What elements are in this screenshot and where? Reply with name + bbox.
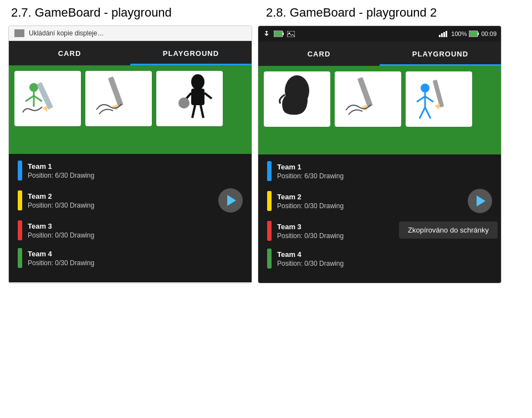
team-info-4: Team 4 Position: 0/30 Drawing bbox=[28, 250, 243, 267]
team-name-s2-2: Team 2 bbox=[277, 193, 468, 201]
play-button-1[interactable] bbox=[218, 188, 243, 213]
team-position-s2-4: Position: 0/30 Drawing bbox=[277, 260, 492, 267]
team-info-3: Team 3 Position: 0/30 Drawing bbox=[28, 222, 243, 239]
team-indicator-red-2 bbox=[267, 221, 272, 241]
card-pencil-green[interactable] bbox=[14, 71, 81, 126]
svg-rect-22 bbox=[443, 32, 445, 37]
team-row-2: Team 2 Position: 0/30 Drawing bbox=[18, 188, 243, 213]
teams-area-1: Team 1 Position: 6/30 Drawing Team 2 Pos… bbox=[9, 154, 252, 282]
team-position-3: Position: 0/30 Drawing bbox=[28, 231, 243, 239]
play-button-2[interactable] bbox=[468, 189, 492, 213]
team-info-s2-4: Team 4 Position: 0/30 Drawing bbox=[277, 250, 492, 267]
time-text: 00:09 bbox=[481, 30, 497, 37]
svg-rect-25 bbox=[478, 33, 479, 35]
team-row-s2-3: Team 3 Position: 0/30 Drawing Zkopírován… bbox=[267, 221, 492, 241]
team-position-s2-1: Position: 6/30 Drawing bbox=[277, 172, 492, 180]
team-position-4: Position: 0/30 Drawing bbox=[28, 259, 243, 267]
svg-line-34 bbox=[420, 107, 425, 118]
team-indicator-blue-1 bbox=[18, 161, 22, 180]
saving-text: Ukládání kopie displeje… bbox=[29, 29, 104, 37]
svg-rect-17 bbox=[274, 32, 282, 36]
screen-2: 100% 00:09 CARD PLAYGROUND bbox=[258, 25, 502, 283]
svg-rect-9 bbox=[191, 89, 204, 105]
teams-area-2: Team 1 Position: 6/30 Drawing Team 2 Pos… bbox=[258, 154, 501, 283]
team-name-s2-1: Team 1 bbox=[277, 163, 492, 171]
status-bar-right-2: 100% 00:09 bbox=[439, 30, 497, 37]
svg-point-14 bbox=[178, 97, 190, 109]
svg-rect-26 bbox=[469, 32, 477, 36]
team-indicator-green-2 bbox=[267, 249, 272, 269]
card-pencil-gray[interactable] bbox=[85, 71, 152, 126]
tab-playground-1[interactable]: PLAYGROUND bbox=[130, 41, 252, 65]
title-left: 2.7. GameBoard - playground bbox=[11, 6, 266, 20]
title-right: 2.8. GameBoard - playground 2 bbox=[266, 6, 521, 20]
game-area-1 bbox=[9, 65, 252, 154]
status-bar-left-2 bbox=[263, 30, 439, 38]
svg-line-35 bbox=[425, 107, 431, 118]
team-row-3: Team 3 Position: 0/30 Drawing bbox=[18, 220, 243, 240]
status-bar-2: 100% 00:09 bbox=[258, 26, 501, 42]
tab-playground-2[interactable]: PLAYGROUND bbox=[380, 42, 501, 66]
svg-line-12 bbox=[192, 105, 195, 118]
team-info-s2-1: Team 1 Position: 6/30 Drawing bbox=[277, 163, 492, 180]
saving-icon bbox=[14, 29, 24, 37]
team-indicator-yellow-2 bbox=[267, 191, 272, 211]
team-name-s2-4: Team 4 bbox=[277, 250, 492, 259]
svg-line-33 bbox=[425, 96, 433, 102]
team-indicator-red-1 bbox=[18, 220, 22, 240]
svg-line-3 bbox=[34, 96, 42, 101]
team-position-2: Position: 0/30 Drawing bbox=[28, 202, 218, 209]
tab-bar-2: CARD PLAYGROUND bbox=[258, 42, 501, 66]
svg-rect-36 bbox=[433, 80, 444, 107]
toast-message: Zkopírováno do schránky bbox=[399, 221, 498, 239]
battery-text: 100% bbox=[451, 30, 467, 37]
team-info-2: Team 2 Position: 0/30 Drawing bbox=[28, 192, 218, 209]
card-silhouette[interactable] bbox=[264, 71, 330, 127]
svg-rect-21 bbox=[441, 33, 443, 37]
team-name-3: Team 3 bbox=[28, 222, 243, 230]
team-info-1: Team 1 Position: 6/30 Drawing bbox=[28, 162, 243, 179]
team-name-4: Team 4 bbox=[28, 250, 243, 258]
svg-rect-20 bbox=[439, 35, 441, 37]
card-burglar[interactable] bbox=[156, 71, 223, 126]
svg-point-8 bbox=[191, 74, 204, 90]
team-indicator-yellow-1 bbox=[18, 190, 22, 210]
svg-rect-28 bbox=[357, 77, 373, 107]
svg-point-0 bbox=[29, 83, 38, 92]
team-row-s2-4: Team 4 Position: 0/30 Drawing bbox=[267, 249, 492, 269]
svg-rect-4 bbox=[37, 82, 53, 110]
team-row-1: Team 1 Position: 6/30 Drawing bbox=[18, 161, 243, 180]
tab-bar-1: CARD PLAYGROUND bbox=[9, 41, 252, 65]
team-indicator-blue-2 bbox=[267, 161, 272, 181]
tab-card-1[interactable]: CARD bbox=[9, 41, 130, 65]
saving-bar: Ukládání kopie displeje… bbox=[9, 26, 252, 41]
svg-line-2 bbox=[25, 96, 34, 101]
card-pencil-gray-2[interactable] bbox=[335, 71, 401, 127]
card-pencil-blue[interactable] bbox=[406, 71, 472, 127]
team-row-4: Team 4 Position: 0/30 Drawing bbox=[18, 248, 243, 268]
team-info-s2-2: Team 2 Position: 0/30 Drawing bbox=[277, 193, 468, 210]
svg-line-32 bbox=[417, 96, 425, 102]
svg-line-11 bbox=[204, 93, 212, 99]
team-position-s2-2: Position: 0/30 Drawing bbox=[277, 202, 468, 210]
team-position-1: Position: 6/30 Drawing bbox=[28, 172, 243, 179]
team-indicator-green-1 bbox=[18, 248, 22, 268]
svg-line-13 bbox=[201, 105, 203, 118]
team-name-1: Team 1 bbox=[28, 162, 243, 171]
svg-rect-23 bbox=[446, 31, 447, 37]
game-area-2 bbox=[258, 66, 501, 154]
svg-rect-16 bbox=[283, 33, 284, 35]
screen-1: Ukládání kopie displeje… CARD PLAYGROUND bbox=[8, 25, 252, 283]
team-row-s2-2: Team 2 Position: 0/30 Drawing bbox=[267, 189, 492, 213]
tab-card-2[interactable]: CARD bbox=[258, 42, 380, 66]
svg-point-30 bbox=[421, 84, 429, 92]
team-name-2: Team 2 bbox=[28, 192, 218, 200]
svg-rect-6 bbox=[108, 76, 124, 107]
team-row-s2-1: Team 1 Position: 6/30 Drawing bbox=[267, 161, 492, 181]
